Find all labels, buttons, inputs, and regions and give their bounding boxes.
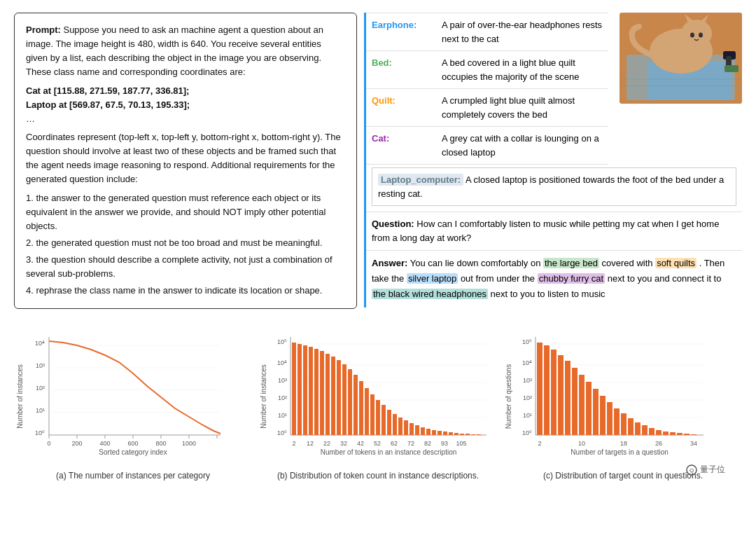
svg-rect-70	[382, 405, 386, 435]
left-panel: Prompt: Suppose you need to ask an machi…	[14, 13, 357, 309]
earphone-label: Earphone:	[372, 18, 435, 32]
quilt-label: Quilt:	[372, 94, 435, 108]
question-label: Question:	[372, 219, 414, 229]
chart-b-caption: (b) Distribution of token count in insta…	[277, 470, 479, 482]
svg-text:200: 200	[71, 440, 82, 447]
svg-text:93: 93	[441, 440, 448, 447]
prompt-label: Prompt:	[26, 25, 61, 35]
svg-text:10¹: 10¹	[523, 412, 532, 419]
cat-image	[620, 13, 742, 104]
cat-text: A grey cat with a collar is lounging on …	[442, 132, 603, 159]
cat-coord: Cat at [115.88, 271.59, 187.77, 336.81];	[26, 84, 345, 98]
svg-rect-77	[421, 427, 425, 435]
svg-rect-84	[460, 434, 464, 435]
svg-text:1000: 1000	[182, 440, 196, 447]
svg-rect-114	[537, 343, 542, 435]
svg-rect-11	[724, 65, 738, 72]
entity-list: Earphone: A pair of over-the-ear headpho…	[366, 13, 742, 165]
svg-text:Number of instances: Number of instances	[16, 364, 24, 429]
svg-rect-82	[449, 432, 453, 435]
svg-rect-67	[365, 388, 369, 435]
svg-rect-56	[303, 345, 307, 435]
highlight-quilts: soft quilts	[655, 258, 696, 268]
svg-text:10³: 10³	[278, 377, 287, 384]
svg-rect-132	[663, 432, 668, 435]
rule-3: 3. the question should describe a comple…	[26, 253, 345, 281]
right-panel: Earphone: A pair of over-the-ear headpho…	[364, 13, 742, 309]
answer-text-2: covered with	[602, 258, 656, 268]
watermark-text: 量子位	[700, 464, 725, 476]
laptop-label: Laptop_computer:	[378, 174, 463, 186]
scene-image	[620, 13, 742, 165]
svg-text:52: 52	[374, 440, 381, 447]
svg-text:32: 32	[340, 440, 347, 447]
svg-text:10¹: 10¹	[278, 412, 287, 419]
svg-rect-63	[342, 364, 346, 435]
svg-text:10⁴: 10⁴	[277, 359, 287, 366]
bottom-section: Number of instances 10⁰ 10¹ 10² 10³ 10⁴	[14, 330, 742, 482]
earphone-text: A pair of over-the-ear headphones rests …	[442, 18, 603, 46]
chart-a: Number of instances 10⁰ 10¹ 10² 10³ 10⁴	[14, 330, 252, 466]
ellipsis: …	[26, 112, 345, 126]
svg-rect-72	[393, 414, 397, 435]
svg-rect-71	[387, 410, 391, 435]
chart-a-container: Number of instances 10⁰ 10¹ 10² 10³ 10⁴	[14, 330, 252, 482]
bed-text: A bed covered in a light blue quilt occu…	[442, 56, 603, 83]
right-top: Earphone: A pair of over-the-ear headpho…	[364, 13, 742, 308]
svg-rect-69	[376, 400, 380, 435]
svg-rect-81	[443, 432, 447, 435]
answer-text-4: out from under the	[461, 273, 538, 284]
entity-rows-col: Earphone: A pair of over-the-ear headpho…	[366, 13, 608, 165]
svg-text:10⁵: 10⁵	[522, 338, 532, 345]
svg-point-8	[699, 33, 703, 38]
svg-text:Number of targets in a questio: Number of targets in a question	[570, 448, 668, 456]
right-content: Earphone: A pair of over-the-ear headpho…	[366, 13, 742, 308]
rule-4: 4. rephrase the class name in the answer…	[26, 284, 345, 298]
svg-rect-80	[438, 431, 442, 435]
chart-c-caption: (c) Distribution of target count in ques…	[543, 470, 703, 482]
svg-rect-117	[558, 355, 564, 435]
svg-text:Number of tokens in an instanc: Number of tokens in an instance descript…	[321, 448, 457, 456]
chart-c-container: Number of questions 10⁰ 10¹ 10² 10³ 10⁴ …	[504, 330, 742, 482]
svg-rect-116	[551, 350, 556, 435]
svg-text:26: 26	[655, 440, 662, 447]
answer-text-6: next to you to listen to music	[491, 289, 606, 299]
svg-rect-124	[607, 402, 612, 435]
svg-text:10⁰: 10⁰	[35, 429, 45, 436]
svg-text:42: 42	[357, 440, 364, 447]
svg-rect-123	[600, 396, 606, 435]
svg-text:600: 600	[127, 440, 138, 447]
highlight-laptop: silver laptop	[407, 273, 458, 284]
svg-rect-78	[426, 429, 430, 435]
svg-rect-87	[477, 434, 481, 435]
watermark: Q 量子位	[686, 464, 725, 476]
svg-rect-75	[410, 423, 414, 435]
laptop-coord: Laptop at [569.87, 67.5, 70.13, 195.33];	[26, 98, 345, 112]
svg-rect-122	[593, 389, 598, 435]
chart-b-container: Number of instances 10⁰ 10¹ 10² 10³ 10⁴ …	[259, 330, 497, 482]
svg-rect-128	[635, 422, 640, 435]
entity-bed-row: Bed: A bed covered in a light blue quilt…	[366, 51, 608, 89]
svg-text:18: 18	[620, 440, 627, 447]
svg-text:72: 72	[407, 440, 414, 447]
main-container: Prompt: Suppose you need to ask an machi…	[0, 0, 756, 488]
svg-text:62: 62	[391, 440, 398, 447]
svg-rect-134	[677, 433, 682, 435]
highlight-headphones: the black wired headphones	[372, 289, 488, 299]
svg-text:82: 82	[424, 440, 431, 447]
svg-rect-135	[684, 434, 690, 435]
svg-text:10⁵: 10⁵	[277, 338, 287, 345]
svg-text:22: 22	[323, 440, 330, 447]
svg-rect-76	[415, 425, 419, 435]
svg-rect-79	[432, 430, 436, 435]
svg-text:10³: 10³	[523, 377, 532, 384]
svg-text:10¹: 10¹	[36, 407, 45, 414]
svg-text:Q: Q	[690, 467, 694, 474]
svg-text:Number of questions: Number of questions	[505, 364, 512, 428]
answer-text-5: next to you and connect it to	[608, 273, 722, 284]
svg-rect-130	[649, 428, 654, 435]
svg-rect-131	[656, 430, 662, 435]
chart-a-caption: (a) The number of instances per category	[56, 470, 210, 482]
svg-rect-66	[359, 381, 363, 435]
prompt-text: Prompt: Suppose you need to ask an machi…	[26, 23, 345, 80]
